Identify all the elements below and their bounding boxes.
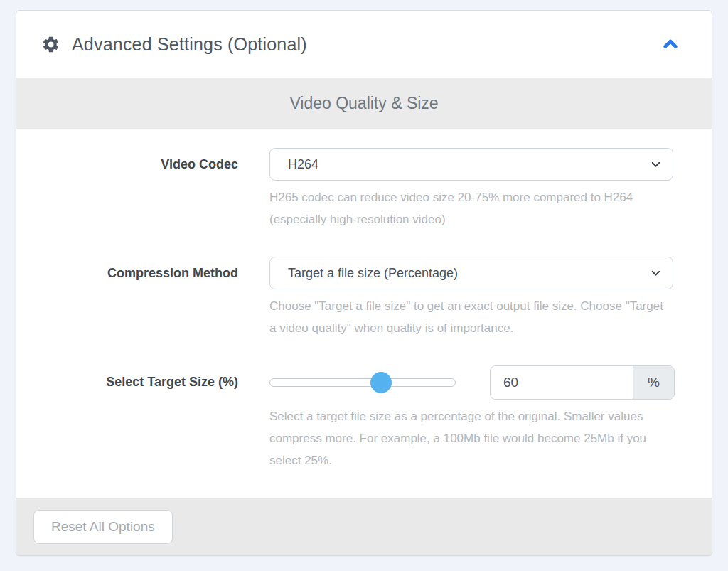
compression-method-row: Compression Method Target a file size (P… xyxy=(16,257,673,339)
gear-icon xyxy=(41,35,60,54)
chevron-up-icon xyxy=(659,47,682,58)
collapse-button[interactable] xyxy=(656,30,685,58)
video-codec-select[interactable]: H264 xyxy=(269,148,673,181)
target-size-slider[interactable] xyxy=(269,372,456,393)
video-codec-help: H265 codec can reduce video size 20-75% … xyxy=(269,186,673,230)
panel-footer: Reset All Options xyxy=(16,498,712,555)
section-header: Video Quality & Size xyxy=(16,78,712,129)
panel-header: Advanced Settings (Optional) xyxy=(16,11,712,78)
settings-form: Video Codec H264 H265 codec can reduce v… xyxy=(16,129,712,493)
video-codec-label: Video Codec xyxy=(16,148,238,230)
target-size-help: Select a target file size as a percentag… xyxy=(269,405,675,471)
slider-track[interactable] xyxy=(269,378,456,387)
advanced-settings-panel: Advanced Settings (Optional) Video Quali… xyxy=(16,10,712,556)
slider-thumb[interactable] xyxy=(370,372,392,393)
target-size-row: Select Target Size (%) % Select a target… xyxy=(16,365,673,471)
compression-method-select[interactable]: Target a file size (Percentage) xyxy=(269,257,673,289)
panel-title: Advanced Settings (Optional) xyxy=(72,34,656,55)
video-codec-row: Video Codec H264 H265 codec can reduce v… xyxy=(16,148,673,230)
compression-method-help: Choose "Target a file size" to get an ex… xyxy=(269,295,673,339)
target-size-label: Select Target Size (%) xyxy=(16,365,238,471)
section-title: Video Quality & Size xyxy=(289,94,438,113)
reset-all-options-button[interactable]: Reset All Options xyxy=(33,510,173,544)
target-size-input-group: % xyxy=(490,365,675,400)
compression-method-label: Compression Method xyxy=(16,257,238,339)
percent-addon: % xyxy=(633,366,674,399)
target-size-input[interactable] xyxy=(491,366,633,399)
